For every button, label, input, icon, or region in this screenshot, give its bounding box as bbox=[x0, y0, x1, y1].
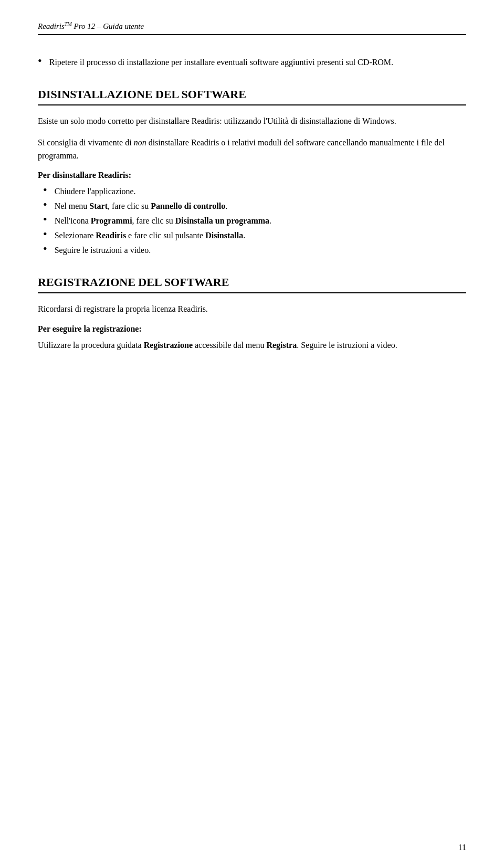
section1-bullet-3: • Nell'icona Programmi, fare clic su Dis… bbox=[43, 215, 466, 227]
header-superscript: TM bbox=[65, 21, 72, 27]
section1-heading: Disinstallazione del software bbox=[38, 88, 466, 105]
section-registrazione: Registrazione del software Ricordarsi di… bbox=[38, 276, 466, 352]
bullet-dot-1: • bbox=[43, 183, 47, 197]
section1-bullet-4-text: Selezionare Readiris e fare clic sul pul… bbox=[55, 229, 245, 242]
section2-paragraph2: Utilizzare la procedura guidata Registra… bbox=[38, 339, 466, 352]
section1-sub-heading: Per disinstallare Readiris: bbox=[38, 171, 466, 180]
section-disinstallazione: Disinstallazione del software Esiste un … bbox=[38, 88, 466, 257]
section1-bullet-1: • Chiudere l'applicazione. bbox=[43, 185, 466, 198]
bullet-dot-3: • bbox=[43, 213, 47, 226]
intro-bullet-section: • Ripetere il processo di installazione … bbox=[38, 56, 466, 69]
page: ReadirisTM Pro 12 – Guida utente • Ripet… bbox=[0, 0, 504, 868]
header-title: ReadirisTM Pro 12 – Guida utente bbox=[38, 22, 144, 30]
bullet-dot-intro: • bbox=[38, 54, 42, 68]
section1-bullet-5-text: Seguire le istruzioni a video. bbox=[55, 244, 151, 257]
section2-heading: Registrazione del software bbox=[38, 276, 466, 293]
header-readiris: Readiris bbox=[38, 22, 65, 30]
section2-sub-heading: Per eseguire la registrazione: bbox=[38, 324, 466, 334]
section1-bullet-5: • Seguire le istruzioni a video. bbox=[43, 244, 466, 257]
bullet-dot-2: • bbox=[43, 198, 47, 211]
section1-bullet-3-text: Nell'icona Programmi, fare clic su Disin… bbox=[55, 215, 271, 227]
section1-paragraph1: Esiste un solo modo corretto per disinst… bbox=[38, 115, 466, 128]
intro-bullet-text: Ripetere il processo di installazione pe… bbox=[49, 56, 393, 69]
bullet-dot-4: • bbox=[43, 227, 47, 241]
section1-bullet-1-text: Chiudere l'applicazione. bbox=[55, 185, 136, 198]
header-subtitle: Pro 12 – Guida utente bbox=[72, 22, 144, 30]
bullet-dot-5: • bbox=[43, 242, 47, 256]
section1-bullets: • Chiudere l'applicazione. • Nel menu St… bbox=[43, 185, 466, 257]
section1-bullet-2-text: Nel menu Start, fare clic su Pannello di… bbox=[55, 200, 227, 213]
section1-bullet-4: • Selezionare Readiris e fare clic sul p… bbox=[43, 229, 466, 242]
section1-paragraph2: Si consiglia di vivamente di non disinst… bbox=[38, 136, 466, 163]
section2-paragraph1: Ricordarsi di registrare la propria lice… bbox=[38, 303, 466, 316]
section1-bullet-2: • Nel menu Start, fare clic su Pannello … bbox=[43, 200, 466, 213]
page-number: 11 bbox=[458, 843, 466, 852]
intro-bullet-item: • Ripetere il processo di installazione … bbox=[38, 56, 466, 69]
page-header: ReadirisTM Pro 12 – Guida utente bbox=[38, 21, 466, 35]
